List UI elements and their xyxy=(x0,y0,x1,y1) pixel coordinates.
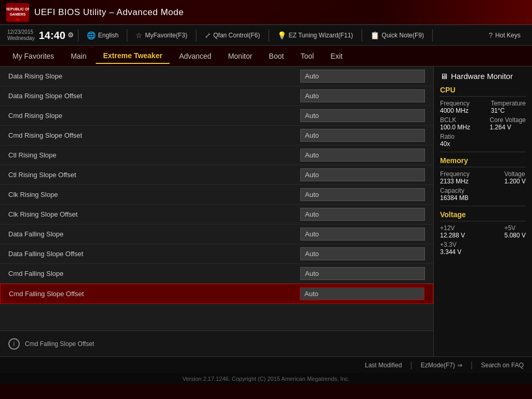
svg-text:REPUBLIC OF: REPUBLIC OF xyxy=(6,7,29,11)
ezmode-label: EzMode(F7) xyxy=(421,362,455,369)
myfavorite-button[interactable]: ☆ MyFavorite(F3) xyxy=(131,29,191,42)
footer: Last Modified | EzMode(F7) ⇒ | Search on… xyxy=(0,356,532,373)
table-row[interactable]: Data Falling Slope OffsetAuto xyxy=(0,244,433,264)
time-display: 14:40 ⚙ xyxy=(39,30,74,41)
qfan-label: Qfan Control(F6) xyxy=(214,32,260,39)
settings-value-box[interactable]: Auto xyxy=(300,208,425,221)
table-row[interactable]: Data Falling SlopeAuto xyxy=(0,224,433,244)
table-row[interactable]: Cmd Falling SlopeAuto xyxy=(0,264,433,284)
table-row[interactable]: Cmd Rising Slope OffsetAuto xyxy=(0,126,433,145)
settings-value-box[interactable]: Auto xyxy=(300,70,425,83)
nav-item-boot[interactable]: Boot xyxy=(262,49,291,63)
settings-value-box[interactable]: Auto xyxy=(300,247,425,260)
settings-value-box[interactable]: Auto xyxy=(300,267,425,280)
settings-value-box[interactable]: Auto xyxy=(300,188,425,201)
settings-label: Cmd Falling Slope Offset xyxy=(9,290,300,298)
volt-12v-label: +12V xyxy=(440,224,465,232)
table-row[interactable]: Clk Rising Slope OffsetAuto xyxy=(0,205,433,224)
quicknote-icon: 📋 xyxy=(370,31,379,39)
toolbar-separator-3 xyxy=(196,29,196,42)
cpu-temp-label: Temperature xyxy=(491,100,526,107)
nav-item-main[interactable]: Main xyxy=(63,49,94,63)
mem-cap-label: Capacity xyxy=(440,187,469,194)
settings-label: Clk Rising Slope Offset xyxy=(8,210,300,218)
table-row[interactable]: Ctl Rising SlopeAuto xyxy=(0,145,433,165)
settings-panel: Data Rising SlopeAutoData Rising Slope O… xyxy=(0,66,433,356)
table-row[interactable]: Cmd Falling Slope OffsetAuto xyxy=(0,284,433,304)
toolbar-separator-2 xyxy=(127,29,127,42)
cpu-section-title: CPU xyxy=(440,86,526,97)
version-text: Version 2.17.1246. Copyright (C) 2015 Am… xyxy=(182,376,350,382)
nav-item-extreme-tweaker[interactable]: Extreme Tweaker xyxy=(96,48,169,64)
main-layout: Data Rising SlopeAutoData Rising Slope O… xyxy=(0,66,532,356)
ezmode-button[interactable]: EzMode(F7) ⇒ xyxy=(421,362,462,369)
quicknote-label: Quick Note(F9) xyxy=(382,32,424,39)
table-row[interactable]: Ctl Rising Slope OffsetAuto xyxy=(0,165,433,185)
nav-item-my-favorites[interactable]: My Favorites xyxy=(5,49,61,63)
volt-33v-row: +3.3V 3.344 V xyxy=(440,241,526,256)
time-value: 14:40 xyxy=(39,30,65,41)
version-bar: Version 2.17.1246. Copyright (C) 2015 Am… xyxy=(0,373,532,384)
volt-33v-value: 3.344 V xyxy=(440,248,461,256)
table-row[interactable]: Data Rising SlopeAuto xyxy=(0,66,433,86)
table-row[interactable]: Clk Rising SlopeAuto xyxy=(0,185,433,205)
settings-value-box[interactable]: Auto xyxy=(300,168,425,181)
mem-cap-value: 16384 MB xyxy=(440,194,469,202)
mem-freq-label: Frequency xyxy=(440,170,470,178)
qfan-button[interactable]: ⤢ Qfan Control(F6) xyxy=(201,29,264,42)
memory-section-title: Memory xyxy=(440,156,526,167)
mem-volt-label: Voltage xyxy=(504,170,526,178)
eztuning-button[interactable]: 💡 EZ Tuning Wizard(F11) xyxy=(273,29,357,42)
info-text: Cmd Falling Slope Offset xyxy=(25,340,94,348)
language-button[interactable]: 🌐 English xyxy=(83,29,123,42)
settings-label: Ctl Rising Slope xyxy=(8,151,300,159)
settings-gear-icon[interactable]: ⚙ xyxy=(68,32,74,38)
settings-value-box[interactable]: Auto xyxy=(300,109,425,122)
settings-label: Data Falling Slope Offset xyxy=(8,250,300,258)
settings-label: Cmd Rising Slope xyxy=(8,112,300,119)
settings-value-box[interactable]: Auto xyxy=(300,228,425,241)
cpu-bclk-value: 100.0 MHz xyxy=(440,124,470,131)
sidebar-divider-2 xyxy=(440,206,526,206)
cpu-ratio-value: 40x xyxy=(440,140,455,148)
nav-item-monitor[interactable]: Monitor xyxy=(221,49,260,63)
nav-item-tool[interactable]: Tool xyxy=(293,49,321,63)
cpu-corevolt-value: 1.264 V xyxy=(490,124,526,131)
language-label: English xyxy=(98,32,118,39)
toolbar-separator-6 xyxy=(432,29,433,42)
settings-label: Data Rising Slope Offset xyxy=(8,92,300,100)
svg-text:GAMERS: GAMERS xyxy=(10,12,26,16)
settings-value-box[interactable]: Auto xyxy=(300,129,425,142)
cpu-corevolt-label: Core Voltage xyxy=(490,116,526,124)
voltage-section-title: Voltage xyxy=(440,210,526,221)
nav-item-exit[interactable]: Exit xyxy=(323,49,350,63)
qfan-icon: ⤢ xyxy=(205,31,211,39)
cpu-freq-temp-row: Frequency 4000 MHz Temperature 31°C xyxy=(440,100,526,114)
settings-value-box[interactable]: Auto xyxy=(300,149,425,162)
hotkeys-button[interactable]: ? Hot Keys xyxy=(485,29,525,42)
table-row[interactable]: Data Rising Slope OffsetAuto xyxy=(0,86,433,106)
settings-label: Cmd Rising Slope Offset xyxy=(8,131,300,139)
hotkeys-label: Hot Keys xyxy=(495,32,521,39)
myfavorite-icon: ☆ xyxy=(136,31,142,39)
toolbar: 12/23/2015 Wednesday 14:40 ⚙ 🌐 English ☆… xyxy=(0,25,532,46)
date-display: 12/23/2015 xyxy=(7,29,33,35)
search-faq-button[interactable]: Search on FAQ xyxy=(481,362,524,369)
cpu-freq-label: Frequency xyxy=(440,100,470,107)
info-icon: i xyxy=(8,338,20,350)
logo-area: REPUBLIC OF GAMERS UEFI BIOS Utility – A… xyxy=(6,3,184,22)
cpu-bclk-label: BCLK xyxy=(440,116,470,124)
myfavorite-label: MyFavorite(F3) xyxy=(145,32,187,39)
volt-5v-label: +5V xyxy=(504,224,526,232)
nav-item-advanced[interactable]: Advanced xyxy=(172,49,219,63)
settings-value-box[interactable]: Auto xyxy=(300,287,424,300)
quicknote-button[interactable]: 📋 Quick Note(F9) xyxy=(366,29,428,42)
volt-12v-5v-row: +12V 12.288 V +5V 5.080 V xyxy=(440,224,526,239)
rog-logo: REPUBLIC OF GAMERS xyxy=(6,3,29,22)
main-nav: My Favorites Main Extreme Tweaker Advanc… xyxy=(0,46,532,66)
table-row[interactable]: Cmd Rising SlopeAuto xyxy=(0,106,433,126)
cpu-ratio-row: Ratio 40x xyxy=(440,133,526,148)
settings-value-box[interactable]: Auto xyxy=(300,89,425,102)
mem-freq-volt-row: Frequency 2133 MHz Voltage 1.200 V xyxy=(440,170,526,185)
last-modified-button[interactable]: Last Modified xyxy=(365,362,402,369)
